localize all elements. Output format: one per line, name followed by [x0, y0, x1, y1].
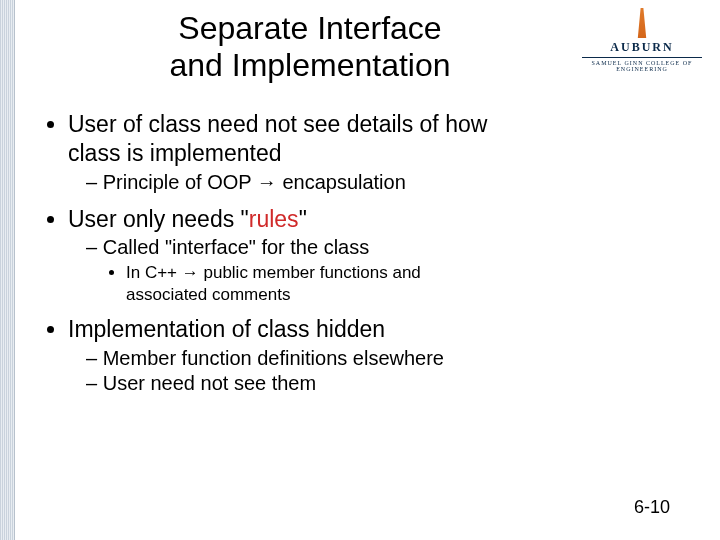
title-line-2: and Implementation: [169, 47, 450, 83]
tower-icon: [635, 8, 649, 38]
bullet-1-sub-1: Principle of OOP → encapsulation: [86, 170, 680, 195]
bullet-3-sub-2: User need not see them: [86, 371, 680, 396]
bullet-2-subsub-1: In C++ → public member functions and ass…: [126, 262, 680, 305]
page-number: 6-10: [634, 497, 670, 518]
bullet-2: User only needs "rules" Called "interfac…: [68, 205, 680, 305]
bullet-3-text: Implementation of class hidden: [68, 316, 385, 342]
slide: AUBURN SAMUEL GINN COLLEGE OF ENGINEERIN…: [0, 0, 720, 540]
slide-title: Separate Interface and Implementation: [80, 10, 540, 84]
logo-name: AUBURN: [582, 40, 702, 55]
bullet-2-subsub-a: In C++ → public member functions and: [126, 263, 421, 282]
university-logo: AUBURN SAMUEL GINN COLLEGE OF ENGINEERIN…: [582, 8, 702, 72]
bullet-2-sub-1: Called "interface" for the class In C++ …: [86, 235, 680, 305]
bullet-1-text-b: class is implemented: [68, 140, 281, 166]
bullet-2-sub-1-text: Called "interface" for the class: [103, 236, 370, 258]
bullet-2-subsub-b: associated comments: [126, 285, 290, 304]
bullet-1-text-a: User of class need not see details of ho…: [68, 111, 487, 137]
bullet-3: Implementation of class hidden Member fu…: [68, 315, 680, 396]
bullet-3-sub-1: Member function definitions elsewhere: [86, 346, 680, 371]
bullet-2-post: ": [299, 206, 307, 232]
logo-subtitle: SAMUEL GINN COLLEGE OF ENGINEERING: [582, 57, 702, 72]
side-stripe: [0, 0, 15, 540]
bullet-2-pre: User only needs ": [68, 206, 249, 232]
bullet-2-highlight: rules: [249, 206, 299, 232]
bullet-1: User of class need not see details of ho…: [68, 110, 680, 195]
title-line-1: Separate Interface: [178, 10, 441, 46]
slide-body: User of class need not see details of ho…: [40, 110, 680, 406]
